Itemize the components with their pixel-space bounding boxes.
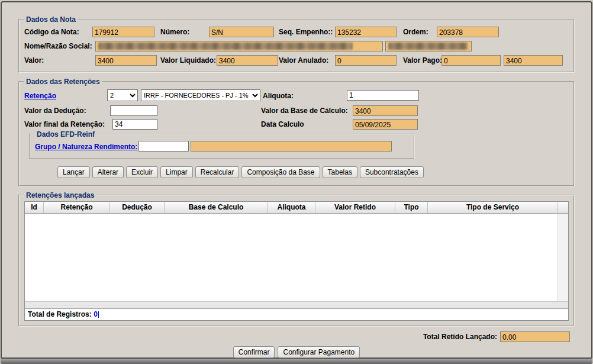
alterar-button[interactable]: Alterar [92,166,124,178]
total-registros-label: Total de Registros: [28,310,92,318]
ordem-label: Ordem: [403,27,428,37]
valor-pago-label: Valor Pago: [403,55,442,66]
valor-anulado-field: 0 [335,55,397,66]
nome-razao-field [95,41,383,51]
total-retido-label: Total Retido Lançado: [423,333,497,341]
base-calculo-field: 3400 [353,105,418,116]
dados-retencoes-groupbox: Dados das Retenções Retenção 2 IRRF - FO… [18,78,575,186]
valor-deducao-input[interactable] [110,105,157,116]
col-header-base-calculo: Base de Calculo [165,202,268,213]
retencao-tipo-select[interactable]: IRRF - FORNECEDORES - PJ - 1% [141,89,260,101]
col-header-aliquota: Aliquota [268,202,315,213]
col-header-scroll-corner [558,202,568,213]
efd-reinf-legend: Dados EFD-Reinf [35,130,96,138]
total-registros-value: 0 [94,310,98,318]
footer-button-row: Confirmar Configurar Pagamento [2,346,591,358]
application-window: Dados da Nota Código da Nota: 179912 Núm… [0,0,593,364]
limpar-button[interactable]: Limpar [160,166,193,178]
lancar-button[interactable]: Lançar [57,166,90,178]
base-calculo-label: Valor da Base de Cálculo: [261,105,348,116]
valor-liquidado-label: Valor Liquidado: [160,55,216,66]
numero-label: Número: [160,27,189,37]
valor-final-label: Valor final da Retenção: [24,119,105,130]
dados-retencoes-legend: Dados das Retenções [24,78,102,86]
data-calculo-label: Data Calculo [261,119,304,130]
grid-body-empty [25,214,568,301]
redacted-text [388,43,468,50]
col-header-id: Id [25,202,44,213]
col-header-tipo-servico: Tipo de Serviço [428,202,558,213]
subcontratacoes-button[interactable]: Subcontratações [360,166,424,178]
text-cursor [98,311,99,318]
codigo-nota-field: 179912 [92,27,154,37]
aliquota-label: Aliquota: [263,91,294,101]
retencoes-grid: Id Retenção Dedução Base de Calculo Aliq… [24,201,569,321]
retencoes-button-row: Lançar Alterar Excluir Limpar Recalcular… [57,166,424,178]
seq-empenho-field: 135232 [335,27,397,37]
vertical-scrollbar[interactable] [557,214,568,301]
configurar-pagamento-button[interactable]: Configurar Pagamento [278,346,360,358]
retencao-link[interactable]: Retenção [24,91,56,101]
nome-razao-label: Nome/Razão Social: [24,41,92,51]
aliquota-input[interactable] [347,90,419,101]
total-registros-row: Total de Registros: 0 [25,308,568,320]
valor-anulado-label: Valor Anulado: [279,55,328,66]
retencao-codigo-select[interactable]: 2 [107,89,138,101]
valor-field: 3400 [95,55,157,66]
retencoes-lancadas-legend: Retenções lançadas [24,191,96,199]
form-panel: Dados da Nota Código da Nota: 179912 Núm… [1,1,592,359]
retencoes-lancadas-groupbox: Retenções lançadas Id Retenção Dedução B… [18,191,575,327]
total-retido-row: Total Retido Lançado: 0.00 [2,331,570,342]
redacted-text [98,43,353,50]
seq-empenho-label: Seq. Empenho:: [279,27,333,37]
confirmar-button[interactable]: Confirmar [233,346,275,358]
efd-reinf-groupbox: Dados EFD-Reinf Grupo / Natureza Rendime… [29,130,415,159]
dados-da-nota-legend: Dados da Nota [24,15,78,24]
excluir-button[interactable]: Excluir [126,166,158,178]
valor-pago-field: 0 [441,55,501,66]
total-retido-field: 0.00 [500,331,570,342]
grupo-natureza-link[interactable]: Grupo / Natureza Rendimento: [35,141,137,152]
valor-pago-total-field: 3400 [504,55,563,66]
col-header-tipo: Tipo [395,202,428,213]
window-bottom-edge [1,359,592,364]
valor-deducao-label: Valor da Dedução: [24,105,86,116]
col-header-deducao: Dedução [110,202,165,213]
col-header-valor-retido: Valor Retido [315,202,395,213]
grupo-natureza-descricao-field [191,141,392,152]
valor-final-input[interactable] [112,119,157,130]
dados-da-nota-groupbox: Dados da Nota Código da Nota: 179912 Núm… [18,15,575,73]
grupo-natureza-input[interactable] [138,141,189,152]
tabelas-button[interactable]: Tabelas [323,166,357,178]
grid-header-row: Id Retenção Dedução Base de Calculo Aliq… [25,202,568,214]
ordem-field: 203378 [437,27,499,37]
col-header-retencao: Retenção [44,202,110,213]
valor-label: Valor: [24,55,44,66]
valor-liquidado-field: 3400 [217,55,278,66]
codigo-nota-label: Código da Nota: [24,27,79,37]
horizontal-scrollbar[interactable] [25,301,568,308]
nome-razao-extra-field [385,41,472,51]
recalcular-button[interactable]: Recalcular [195,166,240,178]
composicao-base-button[interactable]: Composição da Base [241,166,320,178]
numero-field: S/N [209,27,274,37]
data-calculo-field: 05/09/2025 [353,119,418,130]
